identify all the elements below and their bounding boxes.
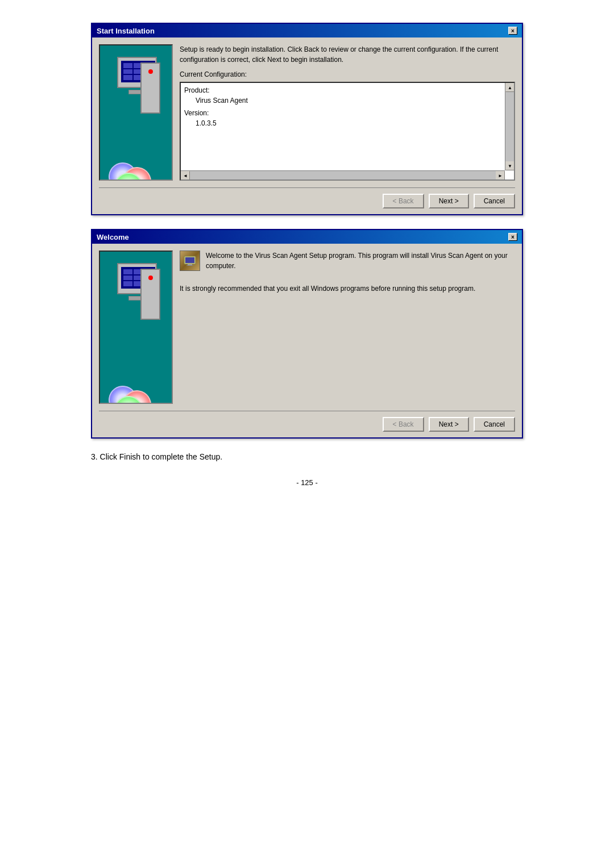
dialog1-title: Start Installation bbox=[97, 27, 155, 35]
config-version-label: Version: bbox=[184, 109, 500, 117]
wizard-image-2 bbox=[99, 251, 173, 404]
back-button-1[interactable]: < Back bbox=[383, 194, 424, 208]
scroll-up-arrow[interactable]: ▲ bbox=[505, 83, 515, 92]
dialog2-right-panel: Welcome to the Virus Scan Agent Setup pr… bbox=[180, 251, 515, 404]
wizard-image-1 bbox=[99, 44, 173, 181]
svg-rect-1 bbox=[185, 257, 194, 263]
config-product-label: Product: bbox=[184, 86, 500, 94]
welcome-program-icon bbox=[180, 251, 200, 271]
config-content: Product: Virus Scan Agent Version: 1.0.3… bbox=[184, 86, 500, 127]
button-bar-2: < Back Next > Cancel bbox=[92, 411, 522, 437]
svg-rect-2 bbox=[188, 264, 192, 265]
title-bar-1: Start Installation × bbox=[92, 24, 522, 37]
step-3-text: 3. Click Finish to complete the Setup. bbox=[91, 452, 523, 461]
close-button-1[interactable]: × bbox=[508, 27, 517, 35]
setup-icon bbox=[183, 254, 197, 268]
scroll-left-arrow[interactable]: ◄ bbox=[181, 171, 190, 180]
next-button-1[interactable]: Next > bbox=[429, 194, 469, 208]
welcome-header: Welcome to the Virus Scan Agent Setup pr… bbox=[180, 251, 515, 277]
config-box: Product: Virus Scan Agent Version: 1.0.3… bbox=[180, 82, 515, 181]
tower-icon bbox=[140, 62, 160, 114]
start-installation-dialog: Start Installation × bbox=[91, 23, 523, 215]
svg-rect-3 bbox=[186, 265, 193, 266]
vertical-scrollbar-1[interactable]: ▲ ▼ bbox=[505, 83, 514, 170]
dialog1-content: Setup is ready to begin installation. Cl… bbox=[92, 37, 522, 187]
dialog1-description: Setup is ready to begin installation. Cl… bbox=[180, 44, 515, 65]
button-bar-1: < Back Next > Cancel bbox=[92, 188, 522, 214]
close-button-2[interactable]: × bbox=[508, 233, 517, 241]
tower-light-2 bbox=[148, 276, 153, 280]
scroll-track-v[interactable] bbox=[505, 92, 514, 161]
dialog2-title: Welcome bbox=[97, 233, 129, 241]
cancel-button-2[interactable]: Cancel bbox=[474, 417, 515, 432]
dialog1-right-panel: Setup is ready to begin installation. Cl… bbox=[180, 44, 515, 181]
page-number: - 125 - bbox=[91, 478, 523, 487]
tower-icon-2 bbox=[140, 269, 160, 320]
back-button-2[interactable]: < Back bbox=[383, 417, 424, 432]
welcome-dialog: Welcome × bbox=[91, 229, 523, 439]
horizontal-scrollbar-1[interactable]: ◄ ► bbox=[181, 170, 505, 180]
dialog2-welcome-text2: It is strongly recommended that you exit… bbox=[180, 283, 515, 294]
config-product-value: Virus Scan Agent bbox=[184, 97, 500, 105]
scroll-track-h[interactable] bbox=[190, 171, 496, 180]
next-button-2[interactable]: Next > bbox=[429, 417, 469, 432]
dialog2-content: Welcome to the Virus Scan Agent Setup pr… bbox=[92, 244, 522, 411]
title-bar-2: Welcome × bbox=[92, 230, 522, 244]
scroll-right-arrow[interactable]: ► bbox=[496, 171, 505, 180]
dialog2-welcome-text1: Welcome to the Virus Scan Agent Setup pr… bbox=[206, 251, 515, 271]
config-version-value: 1.0.3.5 bbox=[184, 119, 500, 127]
tower-light bbox=[148, 69, 153, 74]
scroll-down-arrow[interactable]: ▼ bbox=[505, 161, 515, 170]
cancel-button-1[interactable]: Cancel bbox=[474, 194, 515, 208]
config-section-label: Current Configuration: bbox=[180, 70, 515, 78]
